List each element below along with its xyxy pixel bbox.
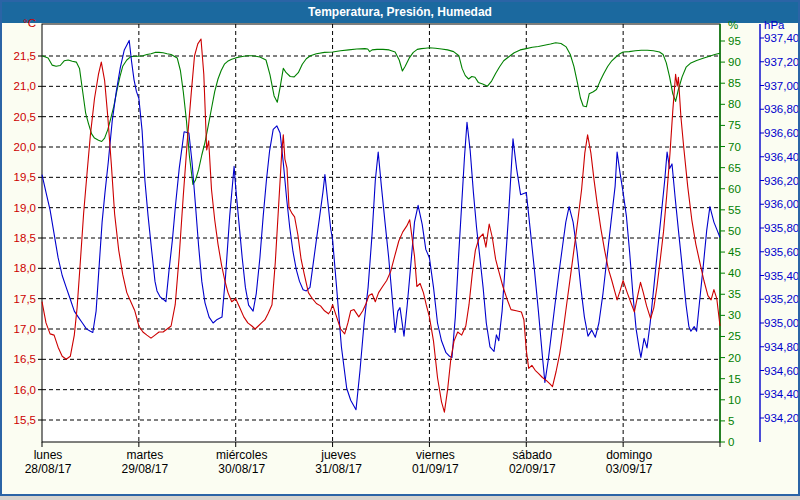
humidity-tick-label: 25 (728, 330, 741, 342)
temp-tick-label: 20,5 (14, 111, 36, 123)
day-name-label: jueves (320, 448, 356, 462)
day-name-label: lunes (34, 448, 63, 462)
day-date-label: 02/09/17 (509, 462, 556, 476)
pressure-tick-label: 936,80 (764, 103, 799, 115)
humidity-tick-label: 20 (728, 352, 741, 364)
pressure-tick-label: 934,80 (764, 341, 799, 353)
humidity-tick-label: 15 (728, 373, 741, 385)
day-date-label: 30/08/17 (218, 462, 265, 476)
pressure-tick-label: 936,40 (764, 151, 799, 163)
humidity-axis-header: % (728, 19, 738, 31)
humidity-tick-label: 40 (728, 267, 741, 279)
humidity-tick-label: 90 (728, 56, 741, 68)
day-date-label: 28/08/17 (25, 462, 72, 476)
temp-tick-label: 20,0 (14, 141, 36, 153)
pressure-tick-label: 934,40 (764, 388, 799, 400)
day-date-label: 29/08/17 (121, 462, 168, 476)
pressure-tick-label: 936,20 (764, 175, 799, 187)
chart-canvas: 21,521,020,520,019,519,018,518,017,517,0… (2, 2, 800, 477)
temp-tick-label: 16,5 (14, 353, 36, 365)
temp-tick-label: 16,0 (14, 384, 36, 396)
humidity-tick-label: 45 (728, 246, 741, 258)
temp-tick-label: 15,5 (14, 414, 36, 426)
day-name-label: miércoles (216, 448, 267, 462)
day-name-label: domingo (606, 448, 652, 462)
day-date-label: 01/09/17 (412, 462, 459, 476)
humidity-tick-label: 35 (728, 288, 741, 300)
humidity-tick-label: 50 (728, 225, 741, 237)
temp-tick-label: 21,0 (14, 80, 36, 92)
day-name-label: martes (127, 448, 164, 462)
pressure-tick-label: 935,00 (764, 317, 799, 329)
temp-tick-label: 21,5 (14, 50, 36, 62)
humidity-tick-label: 75 (728, 119, 741, 131)
pressure-tick-label: 935,20 (764, 293, 799, 305)
humidity-tick-label: 30 (728, 309, 741, 321)
humidity-tick-label: 60 (728, 183, 741, 195)
humidity-tick-label: 5 (728, 415, 734, 427)
humidity-tick-label: 85 (728, 77, 741, 89)
temp-tick-label: 18,5 (14, 232, 36, 244)
day-name-label: sábado (513, 448, 553, 462)
day-date-label: 03/09/17 (606, 462, 653, 476)
pressure-tick-label: 936,00 (764, 198, 799, 210)
humidity-tick-label: 80 (728, 98, 741, 110)
pressure-tick-label: 935,40 (764, 270, 799, 282)
day-name-label: viernes (416, 448, 455, 462)
chart-window: Temperatura, Presión, Humedad Temp. [°C]… (0, 0, 800, 496)
pressure-axis-header: hPa (764, 19, 785, 31)
humidity-tick-label: 0 (728, 436, 734, 448)
temp-tick-label: 19,0 (14, 202, 36, 214)
pressure-tick-label: 934,60 (764, 365, 799, 377)
humidity-tick-label: 95 (728, 35, 741, 47)
pressure-tick-label: 934,20 (764, 412, 799, 424)
humidity-tick-label: 65 (728, 162, 741, 174)
temp-tick-label: 17,0 (14, 323, 36, 335)
pressure-tick-label: 937,20 (764, 56, 799, 68)
pressure-tick-label: 937,00 (764, 80, 799, 92)
pressure-tick-label: 935,60 (764, 246, 799, 258)
humidity-tick-label: 10 (728, 394, 741, 406)
temp-tick-label: 19,5 (14, 171, 36, 183)
day-date-label: 31/08/17 (315, 462, 362, 476)
temp-axis-header: °C (23, 17, 36, 29)
pressure-tick-label: 937,40 (764, 32, 799, 44)
humidity-tick-label: 70 (728, 141, 741, 153)
temp-tick-label: 17,5 (14, 293, 36, 305)
pressure-tick-label: 935,80 (764, 222, 799, 234)
pressure-tick-label: 936,60 (764, 127, 799, 139)
humidity-tick-label: 55 (728, 204, 741, 216)
temp-tick-label: 18,0 (14, 262, 36, 274)
